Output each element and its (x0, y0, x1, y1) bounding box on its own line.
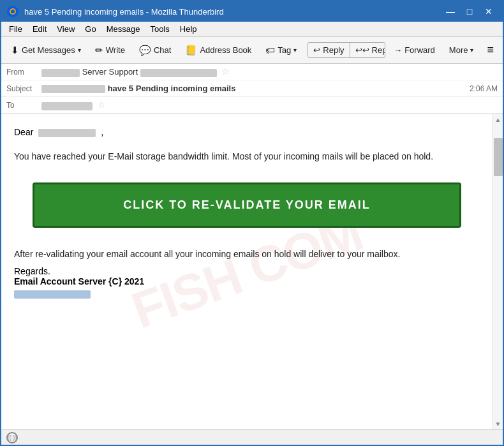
to-row: To ☆ (1, 97, 503, 114)
from-row: From Server Support ☆ (1, 64, 503, 80)
chat-icon: 💬 (139, 45, 151, 56)
email-text: Dear , You have reached your E-Mail stor… (14, 127, 480, 299)
subject-label: Subject (6, 84, 41, 93)
tag-button[interactable]: 🏷 Tag ▾ (260, 41, 302, 59)
menubar: File Edit View Go Message Tools Help (1, 22, 503, 37)
email-body: FISH COM Dear , You have reached your E-… (1, 114, 503, 429)
scrollbar-thumb[interactable] (494, 138, 503, 176)
email-header: From Server Support ☆ Subject have 5 Pen… (1, 64, 503, 114)
chat-label: Chat (154, 45, 171, 55)
reply-all-label: Reply All (372, 45, 386, 55)
signature: Email Account Server {C} 2021 (14, 276, 480, 286)
window-title: have 5 Pending incoming emails - Mozilla… (24, 7, 441, 17)
subject-value: have 5 Pending incoming emails (41, 84, 470, 93)
tag-label: Tag (278, 45, 291, 55)
subject-blurred (41, 85, 105, 93)
from-email-blurred (140, 69, 217, 77)
reply-group: ↩ Reply ↩↩ Reply All ▾ (308, 42, 385, 58)
more-button[interactable]: More ▾ (443, 42, 480, 58)
reply-icon: ↩ (313, 45, 320, 55)
dear-word: Dear (14, 127, 33, 137)
from-blurred (41, 69, 80, 77)
menu-message[interactable]: Message (101, 23, 145, 35)
to-value: ☆ (41, 100, 498, 110)
more-arrow: ▾ (470, 47, 473, 54)
chat-button[interactable]: 💬 Chat (133, 41, 177, 59)
regards: Regards. (14, 266, 480, 276)
address-book-button[interactable]: 📒 Address Book (179, 41, 257, 59)
scrollbar[interactable]: ▲ ▼ (493, 114, 503, 429)
thunderbird-window: have 5 Pending incoming emails - Mozilla… (0, 0, 504, 446)
scrollbar-down[interactable]: ▼ (493, 419, 503, 429)
titlebar: have 5 Pending incoming emails - Mozilla… (1, 1, 503, 22)
reply-all-button[interactable]: ↩↩ Reply All (350, 43, 386, 57)
reply-all-icon: ↩↩ (355, 45, 369, 55)
menu-edit[interactable]: Edit (27, 23, 52, 35)
dear-line: Dear , (14, 127, 480, 137)
app-icon (6, 5, 19, 18)
menu-go[interactable]: Go (80, 23, 101, 35)
menu-view[interactable]: View (52, 23, 80, 35)
scrollbar-up[interactable]: ▲ (493, 114, 503, 125)
get-messages-button[interactable]: ⬇ Get Messages ▾ (5, 41, 87, 59)
link-blurred (14, 290, 91, 299)
write-icon: ✏ (95, 45, 103, 56)
get-messages-arrow: ▾ (78, 47, 81, 54)
after-para: After re-validating your email account a… (14, 247, 480, 261)
more-label: More (449, 45, 468, 55)
write-label: Write (106, 45, 125, 55)
tag-arrow: ▾ (293, 47, 297, 54)
from-name: Server Support (82, 67, 138, 77)
from-star[interactable]: ☆ (221, 66, 230, 77)
reply-button[interactable]: ↩ Reply (308, 43, 350, 57)
tag-icon: 🏷 (265, 45, 275, 56)
recipient-blurred (38, 129, 96, 137)
to-blurred (41, 102, 93, 110)
menu-help[interactable]: Help (175, 23, 202, 35)
minimize-button[interactable]: — (441, 4, 459, 19)
close-button[interactable]: ✕ (480, 4, 498, 19)
statusbar: ((·)) (1, 429, 503, 445)
forward-button[interactable]: → Forward (388, 42, 441, 58)
reply-label: Reply (323, 45, 344, 55)
hamburger-button[interactable]: ≡ (482, 41, 499, 59)
email-time: 2:06 AM (470, 84, 498, 93)
to-star[interactable]: ☆ (98, 100, 106, 110)
body-para-1: You have reached your E-Mail storage ban… (14, 150, 480, 163)
subject-row: Subject have 5 Pending incoming emails 2… (1, 80, 503, 97)
get-messages-icon: ⬇ (11, 45, 19, 56)
address-book-label: Address Book (200, 45, 251, 55)
to-label: To (6, 101, 41, 110)
email-content: FISH COM Dear , You have reached your E-… (1, 114, 493, 429)
forward-label: Forward (404, 45, 435, 55)
svg-point-2 (11, 10, 15, 13)
menu-file[interactable]: File (4, 23, 27, 35)
cta-button[interactable]: CLICK TO RE-VALIDATE YOUR EMAIL (33, 182, 461, 228)
maximize-button[interactable]: □ (461, 4, 478, 19)
from-value: Server Support ☆ (41, 66, 498, 77)
write-button[interactable]: ✏ Write (89, 41, 131, 59)
get-messages-label: Get Messages (22, 45, 75, 55)
window-controls: — □ ✕ (441, 4, 498, 19)
menu-tools[interactable]: Tools (145, 23, 174, 35)
forward-icon: → (394, 45, 402, 55)
address-book-icon: 📒 (185, 45, 197, 56)
toolbar: ⬇ Get Messages ▾ ✏ Write 💬 Chat 📒 Addres… (1, 37, 503, 64)
from-label: From (6, 68, 41, 77)
cta-wrapper: CLICK TO RE-VALIDATE YOUR EMAIL (14, 182, 480, 228)
status-icon: ((·)) (6, 432, 18, 443)
dear-comma: , (101, 127, 103, 137)
subject-text: have 5 Pending incoming emails (108, 84, 236, 93)
